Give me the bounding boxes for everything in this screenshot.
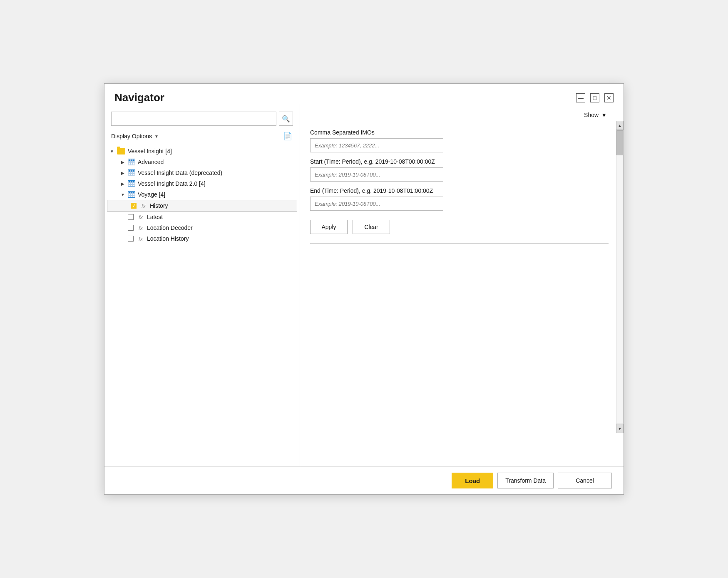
export-button[interactable]: 📄 — [282, 131, 293, 142]
tree-item-latest[interactable]: fx Latest — [104, 212, 300, 222]
right-header: Show ▼ — [300, 112, 624, 123]
advanced-label: Advanced — [138, 159, 164, 165]
main-content: 🔍 Display Options ▼ 📄 ▼ Vessel Insight — [104, 104, 624, 466]
cancel-button[interactable]: Cancel — [558, 473, 612, 488]
show-label: Show — [584, 112, 599, 118]
history-label: History — [150, 202, 168, 209]
vessel-insight-label: Vessel Insight [4] — [128, 148, 172, 154]
table-icon-vid20 — [128, 180, 135, 187]
start-input[interactable] — [310, 167, 443, 182]
display-options-button[interactable]: Display Options ▼ — [111, 133, 159, 140]
display-options-row: Display Options ▼ 📄 — [104, 131, 300, 146]
tree-item-advanced[interactable]: ▶ Advanced — [104, 157, 300, 167]
display-options-arrow-icon: ▼ — [154, 134, 159, 139]
end-input[interactable] — [310, 197, 443, 211]
history-fx-icon: fx — [140, 203, 147, 209]
tree: ▼ Vessel Insight [4] ▶ Advanced — [104, 146, 300, 466]
close-button[interactable]: ✕ — [604, 93, 614, 102]
search-icon: 🔍 — [282, 115, 290, 123]
bottom-bar: Load Transform Data Cancel — [104, 466, 624, 494]
tree-item-vessel-insight-data-20[interactable]: ▶ Vessel Insight Data 2.0 [4] — [104, 178, 300, 189]
end-label: End (Time: Period), e.g. 2019-10-08T01:0… — [310, 187, 609, 194]
export-icon: 📄 — [283, 132, 292, 140]
table-icon-advanced — [128, 159, 135, 165]
apply-button[interactable]: Apply — [310, 220, 348, 234]
left-panel: 🔍 Display Options ▼ 📄 ▼ Vessel Insight — [104, 104, 300, 466]
right-content: Comma Separated IMOs Start (Time: Period… — [300, 123, 624, 466]
latest-checkbox[interactable] — [128, 214, 134, 220]
toggle-vid-deprecated[interactable]: ▶ — [119, 169, 126, 176]
clear-button[interactable]: Clear — [353, 220, 390, 234]
window-controls: — □ ✕ — [576, 93, 614, 102]
imos-label: Comma Separated IMOs — [310, 129, 609, 136]
show-button[interactable]: Show ▼ — [584, 112, 607, 118]
title-bar: Navigator — □ ✕ — [104, 84, 624, 104]
start-label: Start (Time: Period), e.g. 2019-10-08T00… — [310, 158, 609, 165]
table-icon-vid-deprecated — [128, 169, 135, 176]
history-checkbox[interactable] — [131, 203, 137, 209]
tree-item-location-decoder[interactable]: fx Location Decoder — [104, 222, 300, 233]
location-history-fx-icon: fx — [137, 236, 144, 242]
latest-label: Latest — [147, 214, 163, 220]
load-button[interactable]: Load — [452, 473, 493, 488]
show-arrow-icon: ▼ — [601, 112, 607, 118]
imos-input[interactable] — [310, 138, 443, 152]
scroll-down-button[interactable]: ▼ — [616, 424, 624, 433]
location-history-label: Location History — [147, 235, 189, 242]
search-row: 🔍 — [104, 112, 300, 131]
navigator-window: Navigator — □ ✕ 🔍 Display Options ▼ — [104, 83, 624, 495]
voyage-label: Voyage [4] — [138, 191, 165, 198]
transform-data-button[interactable]: Transform Data — [497, 473, 554, 488]
scroll-track[interactable] — [616, 130, 624, 424]
display-options-label: Display Options — [111, 133, 152, 140]
tree-item-history[interactable]: fx History — [107, 200, 297, 212]
toggle-voyage[interactable]: ▼ — [119, 191, 126, 198]
tree-item-vessel-insight-data-deprecated[interactable]: ▶ Vessel Insight Data (deprecated) — [104, 167, 300, 178]
toggle-vid20[interactable]: ▶ — [119, 180, 126, 187]
location-decoder-checkbox[interactable] — [128, 225, 134, 231]
window-title: Navigator — [114, 91, 164, 104]
scroll-up-button[interactable]: ▲ — [616, 121, 624, 130]
action-row: Apply Clear — [310, 220, 609, 234]
folder-icon — [117, 148, 125, 154]
table-icon-voyage — [128, 191, 135, 198]
vid-deprecated-label: Vessel Insight Data (deprecated) — [138, 169, 222, 176]
divider — [310, 243, 609, 244]
latest-fx-icon: fx — [137, 214, 144, 220]
search-input[interactable] — [111, 112, 276, 126]
right-panel: Show ▼ ▲ ▼ Comma Separated IMOs Start (T… — [300, 104, 624, 466]
search-button[interactable]: 🔍 — [279, 112, 293, 126]
location-decoder-label: Location Decoder — [147, 224, 193, 231]
scroll-thumb[interactable] — [616, 130, 623, 155]
tree-item-location-history[interactable]: fx Location History — [104, 233, 300, 244]
scrollbar[interactable]: ▲ ▼ — [616, 121, 624, 433]
maximize-button[interactable]: □ — [590, 93, 599, 102]
location-decoder-fx-icon: fx — [137, 225, 144, 231]
toggle-advanced[interactable]: ▶ — [119, 159, 126, 165]
toggle-vessel-insight[interactable]: ▼ — [109, 148, 115, 154]
vid20-label: Vessel Insight Data 2.0 [4] — [138, 180, 206, 187]
tree-item-voyage[interactable]: ▼ Voyage [4] — [104, 189, 300, 200]
location-history-checkbox[interactable] — [128, 236, 134, 242]
tree-item-vessel-insight[interactable]: ▼ Vessel Insight [4] — [104, 146, 300, 157]
minimize-button[interactable]: — — [576, 93, 585, 102]
